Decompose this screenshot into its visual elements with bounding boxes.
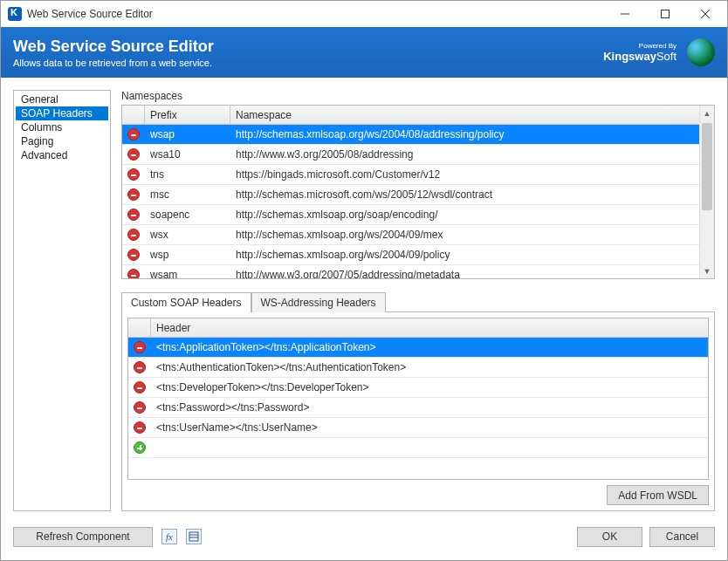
tab-pane: Header <tns:ApplicationToken></tns:Appli… — [121, 311, 715, 511]
table-row[interactable]: wsaphttp://schemas.xmlsoap.org/ws/2004/0… — [122, 125, 699, 145]
add-from-wsdl-button[interactable]: Add From WSDL — [607, 485, 709, 505]
header-brand: Powered By KingswaySoft — [603, 38, 715, 66]
cell-namespace[interactable]: http://www.w3.org/2007/05/addressing/met… — [230, 269, 699, 278]
cell-prefix[interactable]: wsap — [145, 128, 230, 140]
cancel-button[interactable]: Cancel — [649, 527, 715, 547]
table-row[interactable]: wsphttp://schemas.xmlsoap.org/ws/2004/09… — [122, 245, 699, 265]
footer-left: Refresh Component fx — [13, 527, 202, 547]
cell-header[interactable]: <tns:DeveloperToken></tns:DeveloperToken… — [151, 381, 708, 393]
table-row[interactable]: wsa10http://www.w3.org/2005/08/addressin… — [122, 145, 699, 165]
delete-row-button[interactable] — [128, 341, 151, 353]
minus-icon — [127, 249, 140, 261]
delete-row-button[interactable] — [122, 249, 145, 261]
scroll-up-icon[interactable]: ▲ — [700, 106, 714, 120]
ok-button[interactable]: OK — [577, 527, 642, 547]
table-row[interactable]: tnshttps://bingads.microsoft.com/Custome… — [122, 165, 699, 185]
add-row-button[interactable] — [128, 441, 151, 454]
maximize-button[interactable] — [645, 1, 685, 27]
table-row[interactable]: wsxhttp://schemas.xmlsoap.org/ws/2004/09… — [122, 225, 699, 245]
cell-namespace[interactable]: http://schemas.xmlsoap.org/ws/2004/09/po… — [230, 249, 699, 261]
delete-row-button[interactable] — [128, 401, 151, 414]
table-row[interactable]: wsamhttp://www.w3.org/2007/05/addressing… — [122, 265, 699, 278]
cell-prefix[interactable]: wsx — [145, 229, 230, 241]
cell-prefix[interactable]: soapenc — [145, 209, 230, 221]
footer: Refresh Component fx OK Cancel — [1, 522, 727, 560]
cell-prefix[interactable]: wsp — [145, 249, 230, 261]
minimize-button[interactable] — [605, 1, 645, 27]
minus-icon — [127, 168, 140, 181]
cell-namespace[interactable]: https://bingads.microsoft.com/Customer/v… — [230, 168, 699, 181]
table-row[interactable]: soapenchttp://schemas.xmlsoap.org/soap/e… — [122, 205, 699, 225]
delete-row-button[interactable] — [122, 148, 145, 161]
cell-header[interactable]: <tns:UserName></tns:UserName> — [151, 421, 708, 434]
add-row[interactable] — [128, 438, 708, 458]
scrollbar[interactable]: ▲ ▼ — [699, 106, 714, 278]
table-row[interactable]: <tns:ApplicationToken></tns:ApplicationT… — [128, 338, 708, 358]
cell-namespace[interactable]: http://schemas.microsoft.com/ws/2005/12/… — [230, 188, 699, 201]
delete-row-button[interactable] — [122, 229, 145, 241]
brand-pre: Kingsway — [603, 50, 656, 63]
properties-icon — [189, 531, 199, 542]
col-header[interactable]: Header — [151, 318, 708, 337]
header-text: Web Service Source Editor Allows data to… — [13, 38, 214, 68]
cell-header[interactable]: <tns:Password></tns:Password> — [151, 401, 708, 414]
formula-icon: fx — [166, 531, 173, 542]
cell-namespace[interactable]: http://schemas.xmlsoap.org/ws/2004/09/me… — [230, 229, 699, 241]
header: Web Service Source Editor Allows data to… — [1, 27, 727, 78]
minus-icon — [127, 148, 140, 161]
header-title: Web Service Source Editor — [13, 38, 214, 56]
sidebar-item-paging[interactable]: Paging — [16, 134, 108, 148]
plus-icon — [134, 441, 146, 454]
minus-icon — [127, 269, 140, 278]
refresh-component-button[interactable]: Refresh Component — [13, 527, 153, 547]
cell-header[interactable]: <tns:AuthenticationToken></tns:Authentic… — [151, 361, 708, 373]
tab-ws-addressing-headers[interactable]: WS-Addressing Headers — [251, 292, 386, 312]
table-row[interactable]: <tns:DeveloperToken></tns:DeveloperToken… — [128, 378, 708, 398]
sidebar-item-soap-headers[interactable]: SOAP Headers — [16, 106, 108, 120]
scrollbar-thumb[interactable] — [702, 123, 712, 210]
properties-button[interactable] — [186, 529, 202, 544]
delete-row-button[interactable] — [122, 269, 145, 278]
sidebar-item-general[interactable]: General — [16, 92, 108, 106]
cell-prefix[interactable]: tns — [145, 168, 230, 181]
cell-header[interactable]: <tns:ApplicationToken></tns:ApplicationT… — [151, 341, 708, 353]
cell-namespace[interactable]: http://schemas.xmlsoap.org/ws/2004/08/ad… — [230, 128, 699, 140]
table-row[interactable]: <tns:AuthenticationToken></tns:Authentic… — [128, 358, 708, 378]
col-namespace[interactable]: Namespace — [230, 106, 699, 124]
delete-row-button[interactable] — [122, 209, 145, 221]
body: General SOAP Headers Columns Paging Adva… — [1, 78, 727, 511]
minus-icon — [127, 188, 140, 201]
cell-prefix[interactable]: wsam — [145, 269, 230, 278]
scroll-down-icon[interactable]: ▼ — [700, 263, 714, 278]
brand-logo: Powered By KingswaySoft — [603, 42, 676, 63]
delete-row-button[interactable] — [122, 128, 145, 140]
header-subtitle: Allows data to be retrieved from a web s… — [13, 58, 214, 68]
svg-rect-4 — [189, 532, 198, 541]
sidebar-item-advanced[interactable]: Advanced — [16, 148, 108, 162]
cell-prefix[interactable]: msc — [145, 188, 230, 201]
maximize-icon — [661, 10, 670, 18]
close-button[interactable] — [685, 1, 725, 27]
col-prefix[interactable]: Prefix — [145, 106, 230, 124]
table-row[interactable]: mschttp://schemas.microsoft.com/ws/2005/… — [122, 185, 699, 205]
cell-namespace[interactable]: http://www.w3.org/2005/08/addressing — [230, 148, 699, 161]
tab-custom-soap-headers[interactable]: Custom SOAP Headers — [121, 292, 251, 312]
delete-row-button[interactable] — [122, 188, 145, 201]
cell-namespace[interactable]: http://schemas.xmlsoap.org/soap/encoding… — [230, 209, 699, 221]
delete-row-button[interactable] — [122, 168, 145, 181]
table-row[interactable]: <tns:UserName></tns:UserName> — [128, 418, 708, 438]
delete-row-button[interactable] — [128, 381, 151, 393]
delete-row-button[interactable] — [128, 361, 151, 373]
app-icon — [8, 7, 22, 21]
formula-button[interactable]: fx — [161, 529, 177, 544]
sidebar-item-columns[interactable]: Columns — [16, 120, 108, 134]
close-icon — [701, 10, 710, 18]
namespaces-label: Namespaces — [121, 90, 715, 102]
window-title: Web Service Source Editor — [27, 8, 605, 20]
table-row[interactable]: <tns:Password></tns:Password> — [128, 398, 708, 418]
minus-icon — [134, 401, 146, 414]
headers-grid: Header <tns:ApplicationToken></tns:Appli… — [127, 318, 709, 480]
delete-row-button[interactable] — [128, 421, 151, 434]
col-icon — [122, 106, 145, 124]
cell-prefix[interactable]: wsa10 — [145, 148, 230, 161]
